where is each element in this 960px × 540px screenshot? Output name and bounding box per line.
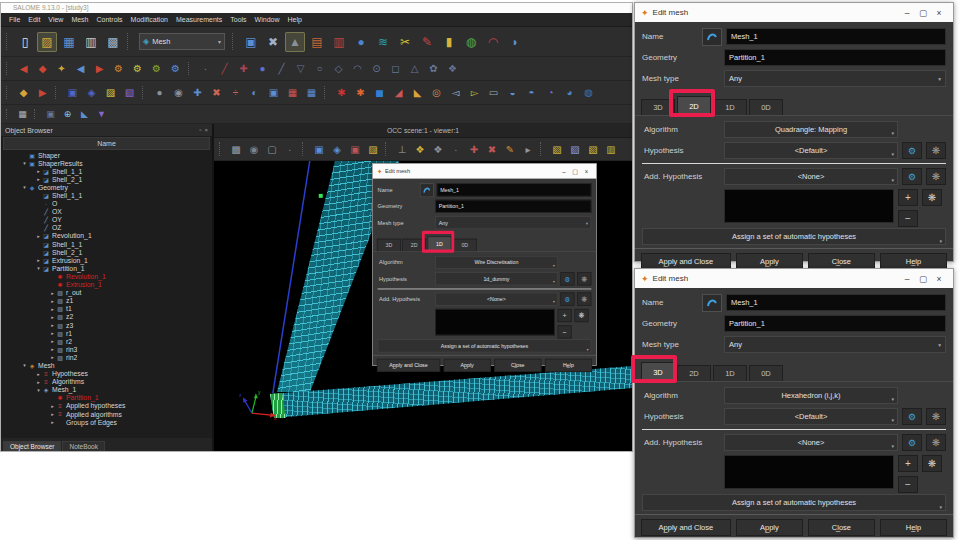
menu-item[interactable]: View — [44, 16, 67, 23]
toolbar-icon[interactable]: ◻ — [387, 60, 404, 77]
toolbar-icon[interactable]: ✖ — [208, 84, 225, 101]
assign-hypotheses-button[interactable]: Assign a set of automatic hypotheses ▾ — [642, 494, 946, 511]
edit-hypothesis-button[interactable]: ❋ — [926, 142, 946, 159]
dimension-tab[interactable]: 0D — [749, 99, 783, 115]
tree-item[interactable]: ▸ ▨ rin2 — [1, 353, 212, 361]
tree-item[interactable]: ▸ ▨ z2 — [1, 313, 212, 321]
toolbar-grip[interactable] — [6, 109, 11, 120]
toolbar-grip[interactable] — [540, 142, 545, 155]
toolbar-icon[interactable]: ▦ — [303, 84, 320, 101]
menu-item[interactable]: Help — [284, 16, 306, 23]
selection-pointer-icon[interactable]: ▲ — [285, 32, 305, 52]
viewer-toolbar-icon[interactable]: ▥ — [603, 141, 619, 157]
toolbar-icon[interactable]: ◠ — [349, 60, 366, 77]
tree-item[interactable]: ✱ Revolution_1 — [1, 272, 212, 280]
toolbar-grip[interactable] — [142, 86, 147, 100]
hypothesis-combo[interactable]: <Default> ▾ — [724, 142, 898, 159]
select-mesh-button[interactable] — [702, 28, 722, 46]
toolbar-icon[interactable]: ◆ — [34, 60, 51, 77]
shell-icon[interactable]: ◗ — [505, 32, 525, 52]
create-hypothesis-button[interactable]: ⚙ — [902, 434, 922, 451]
tree-expand-arrow-icon[interactable]: ▸ — [49, 306, 56, 312]
tree-expand-arrow-icon[interactable]: ▸ — [35, 257, 42, 263]
tree-item[interactable]: ◪ Shell_1_1 — [1, 240, 212, 248]
remove-button[interactable]: − — [898, 476, 918, 493]
name-field[interactable]: Mesh_1 — [437, 183, 592, 196]
toolbar-icon[interactable]: ▭ — [485, 84, 502, 101]
toolbar-icon[interactable]: ╱ — [216, 60, 233, 77]
tree-item[interactable]: ╱ OX — [1, 208, 212, 216]
viewer-toolbar-icon[interactable]: ❖ — [430, 141, 446, 157]
toolbar-icon[interactable]: ◕ — [561, 84, 578, 101]
tree-item[interactable]: ✱ Extrusion_1 — [1, 281, 212, 289]
hypothesis-combo[interactable]: <Default> ▾ — [724, 408, 898, 425]
add-button[interactable]: + — [898, 189, 918, 206]
tree-expand-arrow-icon[interactable]: ▸ — [49, 354, 56, 360]
dialog-titlebar[interactable]: ✦ Edit mesh –▢× — [635, 269, 953, 288]
viewer-toolbar-icon[interactable]: ✖ — [484, 141, 500, 157]
tree-expand-arrow-icon[interactable]: ▸ — [35, 176, 42, 182]
additional-hypotheses-list[interactable] — [724, 455, 894, 489]
menu-item[interactable]: Window — [251, 16, 284, 23]
viewer-toolbar-icon[interactable]: ▣ — [311, 141, 327, 157]
dialog-button[interactable]: He̲lp — [545, 359, 592, 372]
tree-item[interactable]: ▾ ◈ Mesh_1 — [1, 386, 212, 394]
toolbar-icon[interactable]: ⚙ — [148, 60, 165, 77]
tree-expand-arrow-icon[interactable]: ▸ — [49, 290, 56, 296]
save-study-icon[interactable]: ▦ — [59, 32, 79, 52]
toolbar-icon[interactable]: ▣ — [43, 107, 58, 122]
toolbar-grip[interactable] — [232, 33, 237, 50]
edit-hypothesis-button[interactable]: ❋ — [577, 292, 591, 305]
edit-hypothesis-button[interactable]: ❋ — [574, 309, 588, 322]
dimension-tab[interactable]: 2D — [677, 96, 711, 115]
viewer-toolbar-icon[interactable]: ✚ — [466, 141, 482, 157]
tree-item[interactable]: ▸ ≡ Hypotheses — [1, 370, 212, 378]
viewer-toolbar-icon[interactable]: ∙ — [282, 141, 298, 157]
module-selector[interactable]: ◈ Mesh ▾ — [139, 33, 225, 50]
viewer-toolbar-icon[interactable]: ▨ — [365, 141, 381, 157]
toolbar-icon[interactable]: ◉ — [170, 84, 187, 101]
viewer-toolbar-icon[interactable]: ▩ — [228, 141, 244, 157]
toolbar-icon[interactable]: ⊙ — [368, 60, 385, 77]
name-field[interactable]: Mesh_1 — [726, 294, 946, 311]
dimension-tab[interactable]: 0D — [453, 239, 477, 251]
dialog-button[interactable]: Ap̲ply — [736, 519, 803, 536]
tree-item[interactable]: ▣ Shaper — [1, 151, 212, 159]
dimension-tab[interactable]: 3D — [377, 239, 401, 251]
toolbar-icon[interactable]: ▨ — [102, 84, 119, 101]
tree-item[interactable]: ▸ ≡ Applied hypotheses — [1, 402, 212, 410]
assign-hypotheses-button[interactable]: Assign a set of automatic hypotheses ▾ — [642, 228, 946, 245]
tree-expand-arrow-icon[interactable]: ▸ — [49, 298, 56, 304]
maximize-button[interactable]: ▢ — [570, 167, 581, 175]
tree-expand-arrow-icon[interactable]: ▸ — [35, 379, 42, 385]
toolbar-icon[interactable]: ▶ — [91, 60, 108, 77]
tree-item[interactable]: ▸ ▨ t1 — [1, 305, 212, 313]
create-hypothesis-button[interactable]: ⚙ — [560, 272, 574, 285]
mesh-type-combo[interactable]: Any ▾ — [724, 336, 946, 353]
toolbar-grip[interactable] — [188, 62, 193, 76]
toolbar-grip[interactable] — [302, 142, 307, 155]
menu-item[interactable]: Measurements — [172, 16, 226, 23]
tree-item[interactable]: ▸ ▨ rin3 — [1, 345, 212, 353]
tree-item[interactable]: ▸ ◪ Shell_1_1 — [1, 167, 212, 175]
tree-expand-arrow-icon[interactable]: ▾ — [21, 184, 28, 190]
viewer-toolbar-icon[interactable]: ◉ — [246, 141, 262, 157]
tree-expand-arrow-icon[interactable]: ▸ — [49, 419, 56, 425]
toolbar-grip[interactable] — [219, 142, 224, 155]
measurements-icon[interactable]: ▦ — [15, 107, 30, 122]
tree-item[interactable]: ▸ ◪ Shell_2_1 — [1, 175, 212, 183]
tree-item[interactable]: ▾ ◪ Partition_1 — [1, 264, 212, 272]
tree-item[interactable]: ▸ ▨ z3 — [1, 321, 212, 329]
tree-item[interactable]: ▸ ◪ Revolution_1 — [1, 232, 212, 240]
tree-item[interactable]: ▸ ▨ z1 — [1, 297, 212, 305]
object-browser-header[interactable]: Object Browser ▫× — [1, 124, 212, 136]
toolbar-icon[interactable]: ◎ — [428, 84, 445, 101]
tree-expand-arrow-icon[interactable]: ▸ — [35, 168, 42, 174]
toolbar-icon[interactable]: ✦ — [53, 60, 70, 77]
toolbar-icon[interactable]: ◣ — [409, 84, 426, 101]
minimize-button[interactable]: – — [899, 8, 915, 18]
toolbar-icon[interactable]: ╱ — [273, 60, 290, 77]
toolbar-icon[interactable]: ◆ — [15, 84, 32, 101]
toolbar-icon[interactable]: ◢ — [390, 84, 407, 101]
toolbar-icon[interactable]: ◐ — [246, 84, 263, 101]
